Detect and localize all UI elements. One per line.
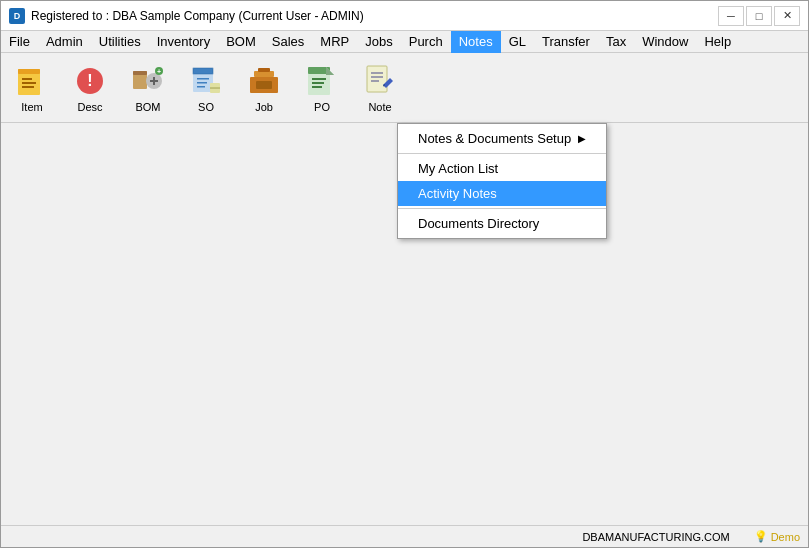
menu-file[interactable]: File xyxy=(1,31,38,53)
svg-rect-5 xyxy=(22,82,36,84)
svg-rect-32 xyxy=(312,86,322,88)
main-window: D Registered to : DBA Sample Company (Cu… xyxy=(0,0,809,548)
menu-mrp[interactable]: MRP xyxy=(312,31,357,53)
svg-text:!: ! xyxy=(87,72,92,89)
title-bar-left: D Registered to : DBA Sample Company (Cu… xyxy=(9,8,364,24)
menu-help[interactable]: Help xyxy=(696,31,739,53)
toolbar: Item ! Desc + xyxy=(1,53,808,123)
menu-utilities[interactable]: Utilities xyxy=(91,31,149,53)
close-button[interactable]: ✕ xyxy=(774,6,800,26)
menu-window[interactable]: Window xyxy=(634,31,696,53)
menu-jobs[interactable]: Jobs xyxy=(357,31,400,53)
activity-notes-label: Activity Notes xyxy=(418,186,497,201)
toolbar-bom-button[interactable]: + BOM xyxy=(121,57,175,119)
menu-bar: File Admin Utilities Inventory BOM Sales… xyxy=(1,31,808,53)
minimize-button[interactable]: ─ xyxy=(718,6,744,26)
menu-admin[interactable]: Admin xyxy=(38,31,91,53)
status-bar: DBAMANUFACTURING.COM 💡 Demo xyxy=(1,525,808,547)
svg-rect-19 xyxy=(197,78,209,80)
notes-dropdown-menu: Notes & Documents Setup ▶ My Action List… xyxy=(397,123,607,239)
svg-rect-3 xyxy=(18,69,40,74)
separator-2 xyxy=(398,208,606,209)
svg-rect-30 xyxy=(312,78,326,80)
bom-label: BOM xyxy=(135,101,160,113)
window-title: Registered to : DBA Sample Company (Curr… xyxy=(31,9,364,23)
so-label: SO xyxy=(198,101,214,113)
notes-docs-setup-item[interactable]: Notes & Documents Setup ▶ xyxy=(398,126,606,151)
my-action-list-item[interactable]: My Action List xyxy=(398,156,606,181)
demo-label: Demo xyxy=(771,531,800,543)
menu-gl[interactable]: GL xyxy=(501,31,534,53)
main-content: Notes & Documents Setup ▶ My Action List… xyxy=(1,123,808,525)
desc-icon: ! xyxy=(72,63,108,99)
svg-rect-31 xyxy=(312,82,324,84)
svg-rect-21 xyxy=(197,86,205,88)
bom-icon: + xyxy=(130,63,166,99)
toolbar-note-button[interactable]: Note xyxy=(353,57,407,119)
activity-notes-item[interactable]: Activity Notes xyxy=(398,181,606,206)
bulb-icon: 💡 xyxy=(754,530,768,543)
svg-rect-10 xyxy=(133,71,147,75)
svg-rect-6 xyxy=(22,86,34,88)
menu-purch[interactable]: Purch xyxy=(401,31,451,53)
app-icon: D xyxy=(9,8,25,24)
svg-rect-13 xyxy=(153,77,155,85)
job-label: Job xyxy=(255,101,273,113)
svg-rect-27 xyxy=(256,81,272,89)
toolbar-po-button[interactable]: PO xyxy=(295,57,349,119)
item-icon xyxy=(14,63,50,99)
toolbar-so-button[interactable]: SO xyxy=(179,57,233,119)
menu-notes[interactable]: Notes xyxy=(451,31,501,53)
po-icon xyxy=(304,63,340,99)
title-bar-controls: ─ □ ✕ xyxy=(718,6,800,26)
menu-tax[interactable]: Tax xyxy=(598,31,634,53)
submenu-arrow-icon: ▶ xyxy=(578,133,586,144)
status-url: DBAMANUFACTURING.COM xyxy=(582,531,729,543)
menu-inventory[interactable]: Inventory xyxy=(149,31,218,53)
menu-transfer[interactable]: Transfer xyxy=(534,31,598,53)
so-icon xyxy=(188,63,224,99)
title-bar: D Registered to : DBA Sample Company (Cu… xyxy=(1,1,808,31)
svg-rect-4 xyxy=(22,78,32,80)
notes-docs-setup-label: Notes & Documents Setup xyxy=(418,131,571,146)
job-icon xyxy=(246,63,282,99)
svg-rect-17 xyxy=(193,68,213,74)
note-icon xyxy=(362,63,398,99)
svg-text:+: + xyxy=(157,68,161,75)
desc-label: Desc xyxy=(77,101,102,113)
svg-rect-26 xyxy=(258,68,270,72)
item-label: Item xyxy=(21,101,42,113)
toolbar-job-button[interactable]: Job xyxy=(237,57,291,119)
svg-rect-20 xyxy=(197,82,207,84)
svg-rect-35 xyxy=(367,66,387,92)
menu-bom[interactable]: BOM xyxy=(218,31,264,53)
menu-sales[interactable]: Sales xyxy=(264,31,313,53)
separator-1 xyxy=(398,153,606,154)
documents-directory-item[interactable]: Documents Directory xyxy=(398,211,606,236)
toolbar-item-button[interactable]: Item xyxy=(5,57,59,119)
maximize-button[interactable]: □ xyxy=(746,6,772,26)
po-label: PO xyxy=(314,101,330,113)
toolbar-desc-button[interactable]: ! Desc xyxy=(63,57,117,119)
svg-text:D: D xyxy=(14,11,21,21)
documents-directory-label: Documents Directory xyxy=(418,216,539,231)
note-label: Note xyxy=(368,101,391,113)
my-action-list-label: My Action List xyxy=(418,161,498,176)
status-demo-section: 💡 Demo xyxy=(754,530,800,543)
